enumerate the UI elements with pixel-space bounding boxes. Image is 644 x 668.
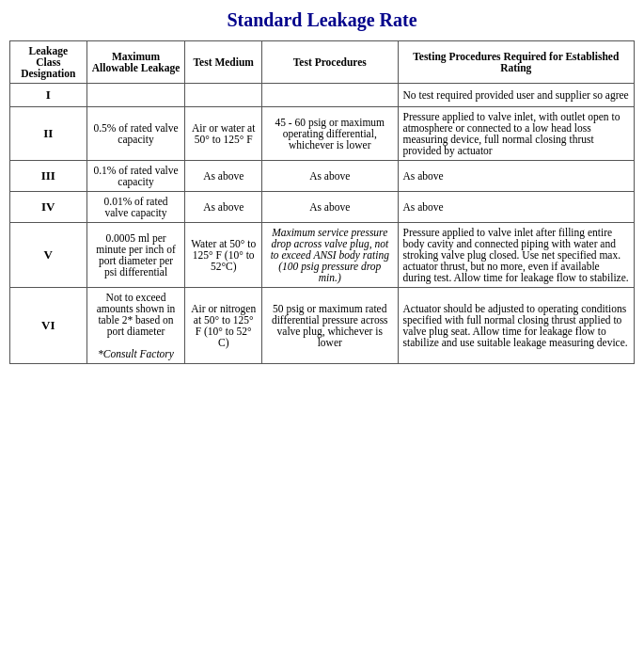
row-procedures-3: As above bbox=[261, 192, 398, 223]
row-medium-1: Air or water at 50° to 125° F bbox=[185, 107, 262, 161]
row-leakage-5: Not to exceed amounts shown in table 2* … bbox=[86, 288, 185, 364]
header-required: Testing Procedures Required for Establis… bbox=[398, 41, 634, 84]
row-leakage-0 bbox=[86, 84, 185, 107]
row-procedures-0 bbox=[261, 84, 398, 107]
row-medium-2: As above bbox=[185, 161, 262, 192]
header-procedures: Test Procedures bbox=[261, 41, 398, 84]
row-class-2: III bbox=[10, 161, 87, 192]
row-leakage-1: 0.5% of rated valve capacity bbox=[86, 107, 185, 161]
row-procedures-1: 45 - 60 psig or maximum operating differ… bbox=[261, 107, 398, 161]
row-class-5: VI bbox=[10, 288, 87, 364]
row-class-3: IV bbox=[10, 192, 87, 223]
row-procedures-4: Maximum service pressure drop across val… bbox=[261, 223, 398, 288]
row-medium-0 bbox=[185, 84, 262, 107]
row-required-5: Actuator should be adjusted to operating… bbox=[398, 288, 634, 364]
row-leakage-3: 0.01% of rated valve capacity bbox=[86, 192, 185, 223]
row-required-2: As above bbox=[398, 161, 634, 192]
row-class-0: I bbox=[10, 84, 87, 107]
row-class-4: V bbox=[10, 223, 87, 288]
row-class-1: II bbox=[10, 107, 87, 161]
row-leakage-4: 0.0005 ml per minute per inch of port di… bbox=[86, 223, 185, 288]
row-leakage-2: 0.1% of rated valve capacity bbox=[86, 161, 185, 192]
row-required-3: As above bbox=[398, 192, 634, 223]
leakage-table: Leakage Class Designation Maximum Allowa… bbox=[9, 40, 635, 364]
row-medium-5: Air or nitrogen at 50° to 125° F (10° to… bbox=[185, 288, 262, 364]
header-medium: Test Medium bbox=[185, 41, 262, 84]
row-procedures-5: 50 psig or maximum rated differential pr… bbox=[261, 288, 398, 364]
row-medium-3: As above bbox=[185, 192, 262, 223]
row-procedures-2: As above bbox=[261, 161, 398, 192]
row-required-0: No test required provided user and suppl… bbox=[398, 84, 634, 107]
row-medium-4: Water at 50° to 125° F (10° to 52°C) bbox=[185, 223, 262, 288]
row-required-4: Pressure applied to valve inlet after fi… bbox=[398, 223, 634, 288]
header-leakage: Maximum Allowable Leakage bbox=[86, 41, 185, 84]
header-class: Leakage Class Designation bbox=[10, 41, 87, 84]
row-required-1: Pressure applied to valve inlet, with ou… bbox=[398, 107, 634, 161]
page-title: Standard Leakage Rate bbox=[9, 9, 635, 31]
